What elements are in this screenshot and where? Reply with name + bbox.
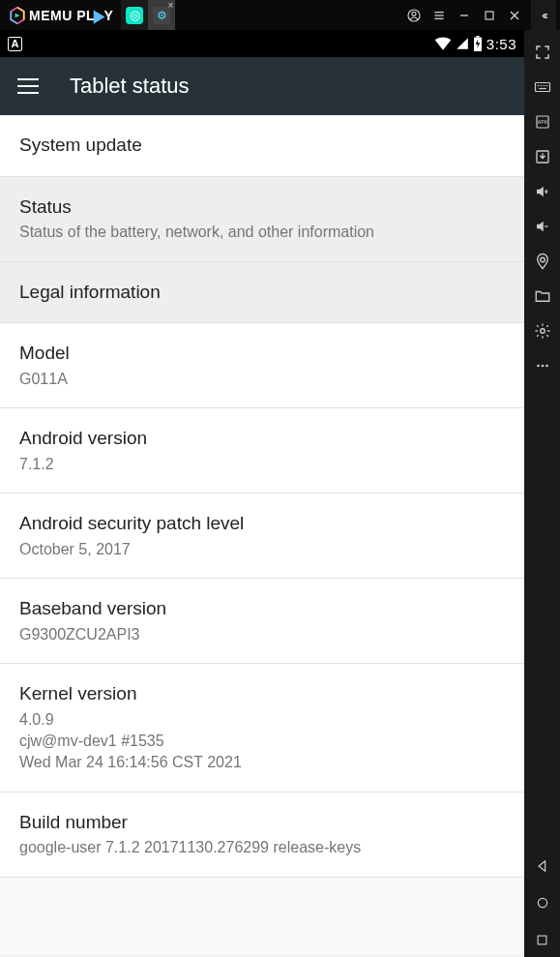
svg-rect-26 [538,936,546,944]
svg-text:APK: APK [537,119,547,125]
page-title: Tablet status [70,74,190,99]
phone-viewport: A 3:53 Tablet status System updateStatus… [0,30,524,957]
window-controls: ‹‹‹ [401,0,556,30]
nav-back-button[interactable] [525,849,560,883]
app-bar: Tablet status [0,57,524,115]
memu-brand-text: MEMU PL▶Y [29,8,113,23]
location-icon[interactable] [525,245,560,278]
apk-icon[interactable]: APK [525,105,560,138]
window-minimize-button[interactable] [452,3,477,28]
settings-gear-icon[interactable] [525,314,560,347]
wifi-icon [434,37,452,50]
status-clock: 3:53 [486,36,516,52]
setting-title: Build number [19,810,505,836]
svg-rect-10 [476,36,479,38]
settings-list[interactable]: System updateStatusStatus of the battery… [0,115,524,957]
user-icon[interactable] [401,3,427,28]
setting-subtitle: google-user 7.1.2 20171130.276299 releas… [19,837,505,858]
setting-item[interactable]: Build numbergoogle-user 7.1.2 20171130.2… [0,793,524,878]
setting-subtitle: 7.1.2 [19,454,505,475]
setting-item[interactable]: System update [0,115,524,177]
setting-subtitle: G9300ZCU2API3 [19,624,505,645]
setting-subtitle: Status of the battery, network, and othe… [19,222,505,243]
svg-point-25 [538,898,546,907]
svg-point-21 [540,329,545,334]
svg-point-24 [545,365,548,368]
setting-title: Android security patch level [19,511,505,537]
setting-subtitle: October 5, 2017 [19,539,505,560]
setting-item[interactable]: Legal information [0,262,524,324]
android-status-bar: A 3:53 [0,30,524,57]
svg-point-23 [541,365,544,368]
taskbar-apps: ◎ ⚙ [121,0,175,30]
setting-subtitle: 4.0.9 cjw@mv-dev1 #1535 Wed Mar 24 16:14… [19,709,505,774]
battery-icon [473,36,483,51]
cellular-icon [456,37,469,50]
nav-recent-button[interactable] [525,922,560,957]
nav-home-button[interactable] [525,885,560,920]
more-icon[interactable] [525,349,560,382]
emulator-sidebar: APK [524,30,560,957]
fullscreen-icon[interactable] [525,36,560,69]
setting-title: System update [19,133,505,159]
memu-logo-icon [8,6,27,25]
folder-icon[interactable] [525,280,560,313]
volume-down-icon[interactable] [525,210,560,243]
window-close-button[interactable] [502,3,527,28]
taskbar-app-settings[interactable]: ⚙ [148,0,175,30]
install-icon[interactable] [525,140,560,173]
setting-item[interactable]: Android version7.1.2 [0,408,524,493]
app-indicator-icon: A [8,37,22,51]
menu-lines-icon[interactable] [427,3,452,28]
sidebar-collapse-button[interactable]: ‹‹‹ [531,0,556,30]
setting-item[interactable]: Baseband versionG9300ZCU2API3 [0,579,524,664]
emulator-titlebar: MEMU PL▶Y ◎ ⚙ ‹‹‹ [0,0,560,30]
svg-point-1 [412,12,416,15]
setting-title: Legal information [19,280,505,306]
setting-title: Kernel version [19,681,505,707]
setting-title: Baseband version [19,596,505,622]
keyboard-icon[interactable] [525,71,560,104]
setting-item[interactable]: ModelG011A [0,323,524,408]
svg-rect-11 [535,83,549,92]
setting-item[interactable]: Kernel version4.0.9 cjw@mv-dev1 #1535 We… [0,664,524,793]
taskbar-app-1[interactable]: ◎ [121,0,148,30]
setting-item[interactable]: StatusStatus of the battery, network, an… [0,177,524,262]
svg-rect-6 [486,12,493,19]
setting-title: Model [19,341,505,367]
setting-title: Status [19,194,505,221]
setting-subtitle: G011A [19,369,505,390]
window-maximize-button[interactable] [477,3,502,28]
hamburger-menu-icon[interactable] [17,78,39,94]
svg-point-22 [537,365,540,368]
setting-item[interactable]: Android security patch levelOctober 5, 2… [0,493,524,579]
volume-up-icon[interactable] [525,175,560,208]
setting-title: Android version [19,426,505,452]
svg-point-20 [540,257,545,262]
memu-logo-section: MEMU PL▶Y [4,6,113,25]
